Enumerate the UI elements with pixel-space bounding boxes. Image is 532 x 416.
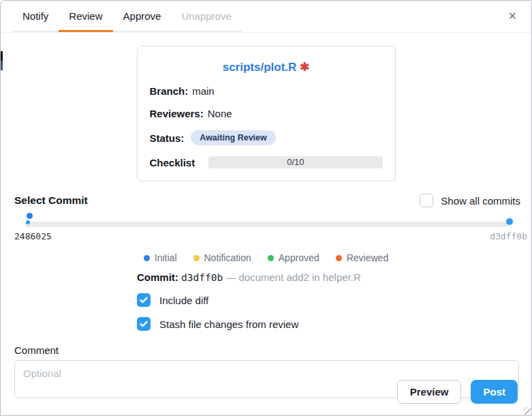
legend-dot-initial [144,255,150,261]
file-link[interactable]: scripts/plot.R [223,61,297,74]
slider-start-handle[interactable] [26,220,30,224]
checklist-progress-bar: 0/10 [208,156,382,168]
status-row: Status: Awaiting Review [150,130,383,145]
branch-row: Branch: main [150,85,383,97]
legend-item-notification: Notification [193,252,251,263]
select-commit-heading: Select Commit [14,194,88,207]
window-edge-artifact [1,61,3,70]
legend-label: Notification [204,252,251,263]
commit-label: Commit: [137,271,178,283]
dialog-header: Notify Review Approve Unapprove ✕ [1,1,531,33]
reviewers-row: Reviewers: None [150,108,383,119]
checkmark-icon [140,321,148,327]
reviewers-label: Reviewers: [150,108,204,119]
commit-slider: 2486025 d3dff0b [1,210,531,243]
checklist-row: Checklist 0/10 [150,156,383,168]
checkmark-icon [140,297,148,303]
branch-label: Branch: [150,85,189,97]
include-diff-label[interactable]: Include diff [159,295,208,306]
legend-dot-reviewed [336,255,342,261]
legend-item-approved: Approved [268,252,319,263]
comment-label: Comment [14,344,531,356]
show-all-commits-label[interactable]: Show all commits [441,195,520,207]
review-dialog: Notify Review Approve Unapprove ✕ script… [0,0,532,416]
status-badge: Awaiting Review [191,130,275,145]
slider-labels: 2486025 d3dff0b [14,231,527,241]
reviewers-value: None [208,108,232,119]
modified-marker: ✱ [300,61,309,74]
legend-item-initial: Initial [144,252,177,263]
window-edge-artifact [1,51,3,61]
stash-changes-label[interactable]: Stash file changes from review [159,318,298,330]
file-info-card: scripts/plot.R ✱ Branch: main Reviewers:… [137,46,396,181]
tab-unapprove[interactable]: Unapprove [171,1,241,31]
tab-approve[interactable]: Approve [113,1,172,31]
commit-marker-dot-initial [27,213,33,219]
commit-message: — document add2 in helper.R [225,271,360,283]
show-all-commits: Show all commits [420,194,520,207]
checklist-label: Checklist [150,157,195,168]
slider-end-commit-label: d3dff0b [490,231,527,241]
post-button[interactable]: Post [471,380,518,404]
legend-label: Reviewed [347,252,388,263]
legend-label: Approved [279,252,319,263]
stash-changes-option: Stash file changes from review [137,317,531,331]
legend-dot-notification [193,255,200,261]
legend-label: Initial [155,252,177,263]
selected-commit-line: Commit: d3dff0b — document add2 in helpe… [137,271,531,283]
stash-changes-checkbox[interactable] [137,317,151,331]
commit-type-legend: Initial Notification Approved Reviewed [144,252,388,263]
preview-button[interactable]: Preview [397,380,462,404]
close-icon[interactable]: ✕ [507,10,518,23]
include-diff-checkbox[interactable] [137,293,151,307]
include-diff-option: Include diff [137,293,531,307]
select-commit-header: Select Commit Show all commits [14,194,520,207]
dialog-footer: Preview Post [397,380,518,404]
status-label: Status: [150,132,185,144]
commit-hash: d3dff0b [181,272,223,283]
show-all-commits-checkbox[interactable] [420,194,433,207]
slider-start-commit-label: 2486025 [14,231,52,241]
file-title: scripts/plot.R ✱ [150,60,383,74]
tab-review[interactable]: Review [59,1,112,31]
legend-item-reviewed: Reviewed [336,252,388,263]
tab-bar: Notify Review Approve Unapprove [12,1,242,32]
window-resize-grip[interactable] [523,407,531,415]
tab-notify[interactable]: Notify [12,1,59,31]
commit-slider-track[interactable] [25,222,507,227]
legend-dot-approved [268,255,274,261]
slider-selected-handle[interactable] [506,218,513,225]
branch-value: main [192,85,215,97]
